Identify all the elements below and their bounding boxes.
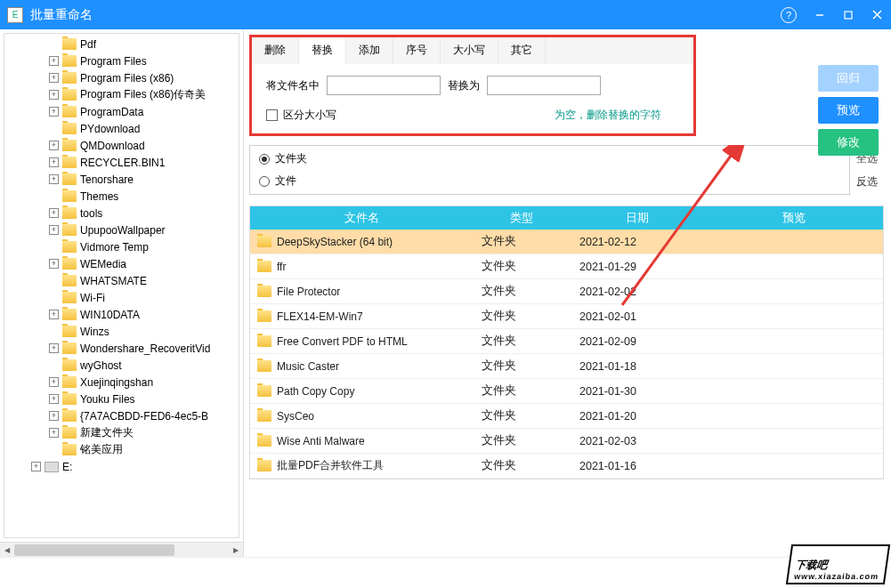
tree-item-label: Vidmore Temp	[80, 241, 149, 254]
tree-item[interactable]: +tools	[4, 205, 239, 222]
tab-5[interactable]: 其它	[498, 37, 546, 64]
expand-icon[interactable]: +	[49, 174, 59, 184]
tree-item[interactable]: +Wondershare_RecoveritVid	[4, 340, 239, 357]
expand-icon[interactable]: +	[31, 462, 41, 471]
tree-item[interactable]: wyGhost	[4, 357, 239, 374]
preview-button[interactable]: 预览	[818, 97, 879, 124]
radio-folders[interactable]: 文件夹	[259, 151, 840, 166]
tree-item-label: E:	[62, 461, 72, 473]
folder-tree[interactable]: Pdf+Program Files+Program Files (x86)+Pr…	[4, 33, 239, 538]
horizontal-scrollbar[interactable]: ◀ ▶	[0, 542, 243, 557]
expand-icon[interactable]: +	[49, 225, 59, 235]
radio-files[interactable]: 文件	[259, 173, 840, 189]
tree-item[interactable]: 铭美应用	[4, 441, 239, 458]
table-row[interactable]: Music Caster文件夹2021-01-18	[250, 354, 883, 379]
table-row[interactable]: Wise Anti Malware文件夹2021-02-03	[250, 429, 883, 454]
table-body: DeepSkyStacker (64 bit)文件夹2021-02-12ffr文…	[250, 230, 883, 479]
table-row[interactable]: File Protector文件夹2021-02-02	[250, 279, 883, 304]
to-input[interactable]	[487, 76, 601, 95]
th-date[interactable]: 日期	[571, 210, 704, 226]
table-row[interactable]: ffr文件夹2021-01-29	[250, 254, 883, 279]
th-name[interactable]: 文件名	[250, 210, 473, 226]
th-type[interactable]: 类型	[473, 210, 571, 226]
expand-icon[interactable]: +	[49, 107, 59, 117]
tab-3[interactable]: 序号	[393, 37, 441, 64]
tree-item[interactable]: WHATSMATE	[4, 272, 239, 289]
tab-0[interactable]: 删除	[252, 37, 299, 64]
hscroll-thumb[interactable]	[14, 544, 174, 556]
case-sensitive-checkbox[interactable]: 区分大小写	[266, 108, 336, 123]
expand-icon[interactable]: +	[49, 394, 59, 404]
tree-item[interactable]: +{7A7ACBDD-FED6-4ec5-B	[4, 407, 239, 424]
table-row[interactable]: Free Convert PDF to HTML文件夹2021-02-09	[250, 329, 883, 354]
expand-icon[interactable]: +	[49, 411, 59, 421]
tree-item[interactable]: +Youku Files	[4, 391, 239, 407]
folder-icon	[62, 190, 77, 202]
table-row[interactable]: 批量PDF合并软件工具文件夹2021-01-16	[250, 454, 883, 479]
tree-item[interactable]: Pdf	[4, 36, 239, 52]
help-button[interactable]: ?	[781, 7, 797, 23]
minimize-button[interactable]	[806, 0, 834, 29]
file-table: 文件名 类型 日期 预览 DeepSkyStacker (64 bit)文件夹2…	[249, 205, 884, 479]
table-row[interactable]: SysCeo文件夹2021-01-20	[250, 404, 883, 429]
invert-selection-link[interactable]: 反选	[856, 174, 878, 189]
file-name: DeepSkyStacker (64 bit)	[277, 236, 393, 248]
table-header: 文件名 类型 日期 预览	[250, 206, 883, 230]
cell-name: DeepSkyStacker (64 bit)	[250, 236, 473, 248]
expand-icon[interactable]: +	[49, 141, 59, 150]
tree-item-label: WHATSMATE	[80, 275, 147, 287]
cell-name: ffr	[250, 261, 473, 273]
table-row[interactable]: DeepSkyStacker (64 bit)文件夹2021-02-12	[250, 230, 883, 254]
close-button[interactable]	[863, 0, 891, 29]
cell-date: 2021-01-30	[571, 385, 704, 398]
expand-icon[interactable]: +	[49, 377, 59, 387]
from-input[interactable]	[327, 76, 441, 95]
tree-item[interactable]: +WEMedia	[4, 255, 239, 272]
tree-item[interactable]: +RECYCLER.BIN1	[4, 154, 239, 171]
expand-icon[interactable]: +	[49, 208, 59, 218]
th-preview[interactable]: 预览	[704, 210, 883, 226]
window-title: 批量重命名	[30, 7, 781, 23]
expand-icon[interactable]: +	[49, 259, 59, 269]
expand-icon[interactable]: +	[49, 157, 59, 167]
tree-item[interactable]: Vidmore Temp	[4, 238, 239, 255]
folder-icon	[62, 444, 77, 455]
file-name: SysCeo	[277, 410, 314, 423]
expand-icon[interactable]: +	[49, 310, 59, 319]
tree-item[interactable]: Winzs	[4, 323, 239, 340]
tree-item[interactable]: Wi-Fi	[4, 289, 239, 306]
tab-4[interactable]: 大小写	[441, 37, 498, 64]
expand-icon[interactable]: +	[49, 90, 59, 100]
action-buttons: 回归 预览 修改	[818, 65, 879, 156]
tree-item[interactable]: +QMDownload	[4, 137, 239, 154]
tab-1[interactable]: 替换	[299, 37, 346, 65]
tree-item-drive[interactable]: +E:	[4, 458, 239, 475]
tab-2[interactable]: 添加	[346, 37, 393, 64]
expand-spacer	[49, 276, 59, 286]
expand-icon[interactable]: +	[49, 428, 59, 438]
scroll-right-icon[interactable]: ▶	[229, 543, 243, 558]
tree-item[interactable]: +UpupooWallpaper	[4, 222, 239, 238]
tree-item[interactable]: +Tenorshare	[4, 171, 239, 188]
table-row[interactable]: FLEX14-EM-Win7文件夹2021-02-01	[250, 304, 883, 329]
expand-icon[interactable]: +	[49, 73, 59, 83]
tree-item[interactable]: Themes	[4, 188, 239, 205]
folder-icon	[62, 241, 77, 253]
tree-item[interactable]: +ProgramData	[4, 103, 239, 120]
tree-item[interactable]: +新建文件夹	[4, 424, 239, 441]
reset-button[interactable]: 回归	[818, 65, 879, 92]
folder-icon	[62, 140, 77, 151]
tree-item[interactable]: PYdownload	[4, 120, 239, 137]
tree-item[interactable]: +Program Files (x86)	[4, 69, 239, 86]
tree-item[interactable]: +WIN10DATA	[4, 306, 239, 323]
tree-item[interactable]: +Program Files	[4, 52, 239, 69]
tree-item[interactable]: +Xuejinqingshan	[4, 374, 239, 391]
maximize-button[interactable]	[834, 0, 863, 29]
expand-icon[interactable]: +	[49, 56, 59, 66]
table-row[interactable]: Path Copy Copy文件夹2021-01-30	[250, 379, 883, 404]
tree-item[interactable]: +Program Files (x86)传奇美	[4, 86, 239, 103]
expand-icon[interactable]: +	[49, 343, 59, 353]
tree-item-label: Wi-Fi	[80, 292, 105, 304]
apply-button[interactable]: 修改	[818, 129, 879, 156]
scroll-left-icon[interactable]: ◀	[0, 543, 14, 558]
